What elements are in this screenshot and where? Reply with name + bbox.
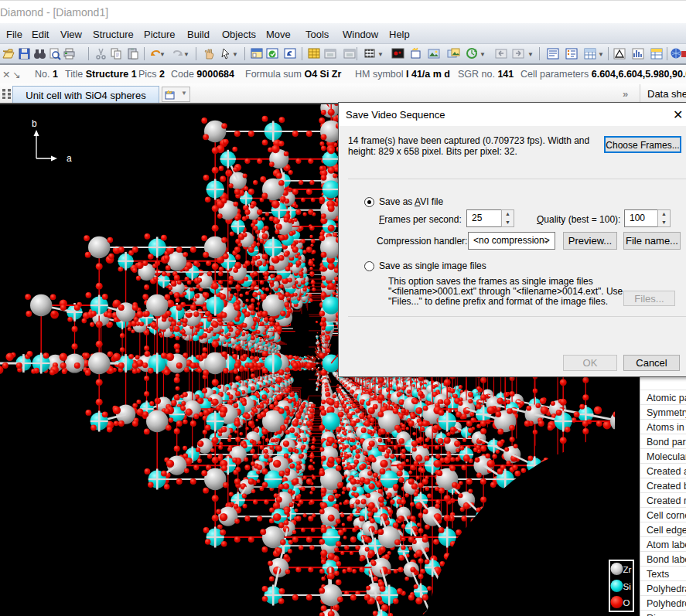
svg-text:a: a: [67, 153, 72, 164]
svg-text:b: b: [32, 118, 37, 129]
svg-text:O: O: [623, 598, 630, 607]
svg-text:Si: Si: [623, 582, 631, 591]
svg-text:Zr: Zr: [623, 565, 632, 574]
